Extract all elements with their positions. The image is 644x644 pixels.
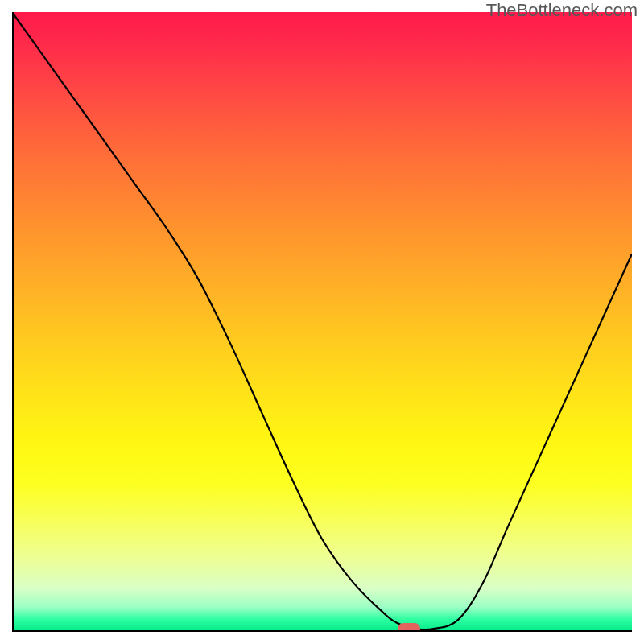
bottleneck-chart: TheBottleneck.com [0,0,644,644]
y-axis [12,12,14,632]
watermark-text: TheBottleneck.com [486,0,638,21]
curve-layer [12,12,632,632]
bottleneck-curve-path [12,12,632,630]
x-axis [12,630,632,632]
plot-area [12,12,632,632]
